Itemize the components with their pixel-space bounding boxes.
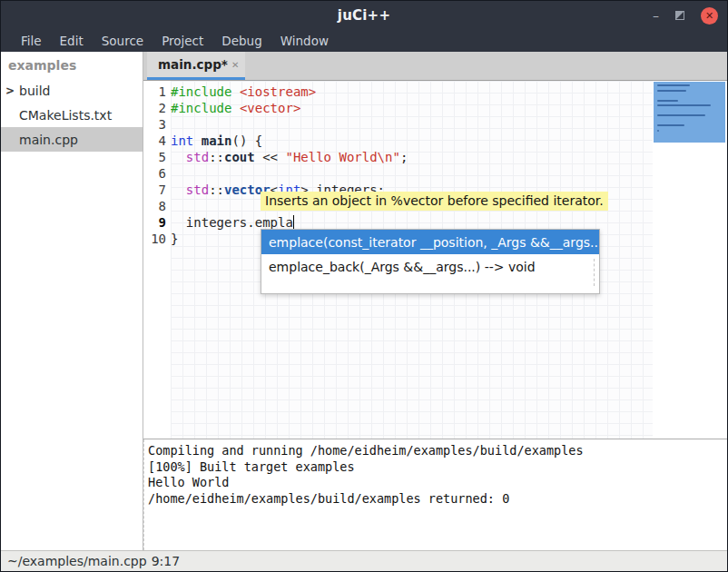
line-number: 8 (143, 198, 171, 214)
code-token (231, 101, 239, 115)
line-number: 3 (143, 116, 171, 133)
code-token: cout (224, 150, 255, 164)
minimap-line (657, 104, 711, 106)
tab-label: main.cpp* (158, 57, 228, 72)
menu-bar: FileEditSourceProjectDebugWindow (1, 30, 727, 52)
completion-item[interactable]: emplace(const_iterator __position, _Args… (261, 230, 599, 254)
minimize-button-icon[interactable]: – (653, 11, 659, 20)
code-line-5: std::cout << "Hello World\n"; (171, 149, 653, 165)
code-editor[interactable]: 12345678910 #include <iostream>#include … (143, 81, 727, 439)
line-number: 10 (143, 231, 171, 247)
code-token: ; (400, 150, 408, 164)
code-token: "Hello World\n" (285, 150, 399, 164)
completion-doc-tooltip: Inserts an object in %vector before spec… (261, 192, 608, 211)
main-content: examples >buildCMakeLists.txtmain.cpp ma… (1, 52, 727, 550)
code-line-4: int main() { (171, 133, 653, 149)
file-tree-sidebar: examples >buildCMakeLists.txtmain.cpp (1, 52, 143, 550)
menu-edit[interactable]: Edit (51, 32, 93, 50)
tab-bar: main.cpp* ✕ (143, 52, 727, 81)
line-number: 4 (143, 133, 171, 149)
close-icon[interactable]: ✕ (701, 7, 718, 25)
line-number-gutter: 12345678910 (143, 81, 171, 439)
window-controls: – ✕ (653, 1, 718, 30)
file-name: main.cpp (19, 133, 78, 147)
overview-map-slider[interactable] (654, 82, 725, 143)
code-token (193, 133, 201, 148)
completion-item[interactable]: emplace_back(_Args &&__args...) --> void (261, 254, 599, 279)
code-token: std (186, 150, 209, 164)
line-number: 9 (143, 214, 171, 231)
line-number: 5 (143, 149, 171, 165)
code-token: #include (171, 84, 231, 99)
tab-close-icon[interactable]: ✕ (228, 60, 239, 70)
menu-project[interactable]: Project (152, 32, 212, 50)
minimap-line (657, 130, 659, 132)
code-token (171, 182, 186, 197)
code-line-3 (171, 116, 653, 133)
file-name: CMakeLists.txt (19, 108, 112, 123)
status-cursor-position: 9:17 (152, 554, 180, 568)
code-token: main (202, 133, 232, 148)
minimap-line (657, 84, 690, 86)
sidebar-item-main-cpp[interactable]: main.cpp (1, 127, 143, 152)
line-number: 6 (143, 165, 171, 182)
text-cursor (293, 215, 294, 229)
code-token: :: (209, 150, 224, 164)
output-line: Hello World (148, 475, 727, 491)
sidebar-item-build[interactable]: >build (1, 78, 143, 103)
status-file-path: ~/examples/main.cpp (7, 554, 147, 568)
sidebar-item-cmakelists-txt[interactable]: CMakeLists.txt (1, 103, 143, 127)
code-token: <vector> (240, 101, 300, 115)
tab-main-cpp[interactable]: main.cpp* ✕ (147, 52, 245, 80)
code-token: #include (171, 101, 231, 115)
code-token: :: (209, 182, 224, 197)
minimap-line (657, 90, 686, 92)
code-token: integers.empla (171, 215, 293, 230)
code-token: int (171, 133, 193, 148)
restore-icon[interactable] (675, 11, 684, 20)
window-title: juCi++ (338, 7, 390, 24)
menu-debug[interactable]: Debug (212, 32, 271, 50)
output-line: Compiling and running /home/eidheim/exam… (148, 443, 727, 459)
minimap-line (657, 114, 705, 116)
output-line: [100%] Built target examples (148, 459, 727, 476)
overview-map (653, 81, 727, 439)
minimap-line (657, 124, 684, 126)
app-window: juCi++ – ✕ FileEditSourceProjectDebugWin… (0, 0, 728, 572)
minimap-line (657, 100, 678, 102)
code-line-2: #include <vector> (171, 100, 653, 116)
code-line-6 (171, 165, 653, 182)
expander-chevron-icon[interactable]: > (1, 84, 19, 97)
status-bar: ~/examples/main.cpp 9:17 (1, 550, 727, 571)
code-token: << (255, 150, 286, 164)
menu-file[interactable]: File (12, 32, 51, 50)
file-tree: >buildCMakeLists.txtmain.cpp (1, 78, 143, 152)
line-number: 1 (143, 84, 171, 100)
file-name: build (19, 84, 50, 98)
line-number: 7 (143, 182, 171, 198)
code-token: () { (231, 133, 262, 148)
code-line-1: #include <iostream> (171, 84, 653, 100)
title-bar[interactable]: juCi++ – ✕ (1, 1, 727, 30)
output-line: /home/eidheim/examples/build/examples re… (148, 491, 727, 508)
line-number: 2 (143, 100, 171, 116)
code-token (171, 150, 186, 164)
project-name: examples (1, 52, 143, 78)
code-token: } (171, 232, 178, 246)
popup-scrollbar (594, 259, 595, 286)
menu-window[interactable]: Window (271, 32, 338, 50)
code-token: <iostream> (240, 84, 316, 99)
menu-source[interactable]: Source (93, 32, 152, 50)
code-token (231, 84, 239, 99)
editor-column: main.cpp* ✕ 12345678910 #include <iostre… (143, 52, 727, 550)
code-token: std (186, 182, 209, 197)
build-output-panel[interactable]: Compiling and running /home/eidheim/exam… (143, 439, 727, 550)
autocomplete-popup: emplace(const_iterator __position, _Args… (261, 229, 600, 294)
